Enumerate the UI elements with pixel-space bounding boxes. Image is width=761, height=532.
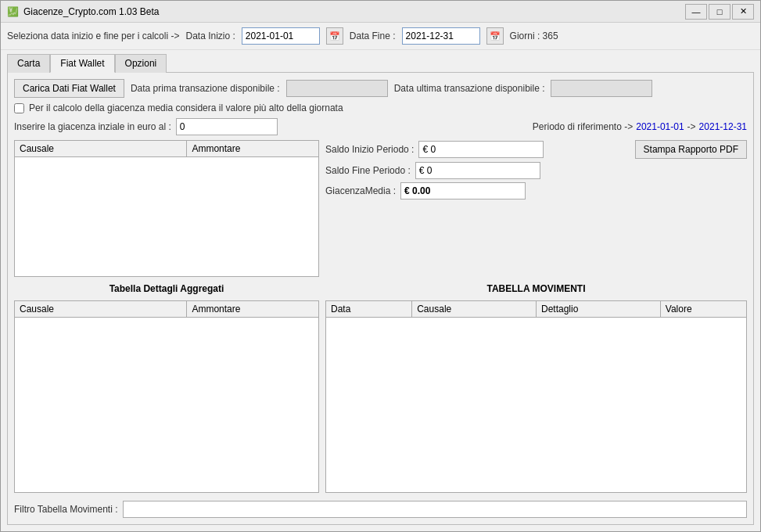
tab-opzioni[interactable]: Opzioni <box>115 54 167 73</box>
giacenza-media-row: GiacenzaMedia : <box>325 182 747 200</box>
close-button[interactable]: ✕ <box>732 4 754 20</box>
section-titles: Tabella Dettagli Aggregati TABELLA MOVIM… <box>14 282 747 296</box>
load-row: Carica Dati Fiat Wallet Data prima trans… <box>14 79 747 98</box>
bottom-right-table-header: Data Causale Dettaglio Valore <box>326 301 746 318</box>
tables-bottom: Causale Ammontare Data Causale Dettaglio… <box>14 300 747 493</box>
col-header-dettaglio: Dettaglio <box>537 301 661 317</box>
col-header-causale-right: Causale <box>412 301 537 317</box>
stampa-pdf-button[interactable]: Stampa Rapporto PDF <box>635 140 747 159</box>
main-content: Carica Dati Fiat Wallet Data prima trans… <box>7 72 754 525</box>
giacenza-input[interactable] <box>176 118 278 135</box>
tab-carta[interactable]: Carta <box>7 54 50 73</box>
saldo-inizio-row: Saldo Inizio Periodo : Stampa Rapporto P… <box>325 140 747 159</box>
app-icon: 💹 <box>7 6 19 17</box>
saldo-fine-label: Saldo Fine Periodo : <box>325 165 411 176</box>
seleziona-label: Seleziona data inizio e fine per i calco… <box>7 31 179 41</box>
data-inizio-cal-button[interactable]: 📅 <box>326 27 343 45</box>
load-fiat-wallet-button[interactable]: Carica Dati Fiat Wallet <box>14 79 124 98</box>
giacenza-label: Inserire la giacenza inziale in euro al … <box>14 121 171 132</box>
periodo-end: 2021-12-31 <box>699 121 747 132</box>
col-header-causale-top: Causale <box>15 141 187 156</box>
data-inizio-label: Data Inizio : <box>185 31 235 41</box>
minimize-button[interactable]: — <box>685 4 707 20</box>
checkbox-label: Per il calcolo della giacenza media cons… <box>29 102 343 113</box>
top-left-table-header: Causale Ammontare <box>15 141 318 157</box>
bottom-right-table: Data Causale Dettaglio Valore <box>325 300 747 493</box>
giacenza-media-label: GiacenzaMedia : <box>325 185 396 196</box>
main-window: 💹 Giacenze_Crypto.com 1.03 Beta — □ ✕ Se… <box>0 0 761 532</box>
right-info-area: Saldo Inizio Periodo : Stampa Rapporto P… <box>325 140 747 277</box>
data-prima-label: Data prima transazione disponibile : <box>131 83 280 94</box>
data-ultima-input[interactable] <box>551 80 652 97</box>
tabella-aggregati-title: Tabella Dettagli Aggregati <box>14 282 319 296</box>
tables-top: Causale Ammontare Saldo Inizio Periodo :… <box>14 140 747 277</box>
giacenza-max-checkbox[interactable] <box>14 103 24 113</box>
saldo-inizio-label: Saldo Inizio Periodo : <box>325 144 414 155</box>
col-header-causale-bottom: Causale <box>15 301 187 317</box>
col-header-ammontare-bottom: Ammontare <box>187 301 318 317</box>
bottom-left-area: Causale Ammontare <box>14 300 319 493</box>
title-bar: 💹 Giacenze_Crypto.com 1.03 Beta — □ ✕ <box>1 1 760 23</box>
saldo-inizio-value <box>418 141 544 158</box>
giacenza-row: Inserire la giacenza inziale in euro al … <box>14 118 747 135</box>
title-bar-controls: — □ ✕ <box>685 4 754 20</box>
toolbar-row: Seleziona data inizio e fine per i calco… <box>1 23 760 50</box>
checkbox-row: Per il calcolo della giacenza media cons… <box>14 102 747 113</box>
filtro-input[interactable] <box>123 501 748 518</box>
bottom-right-area: Data Causale Dettaglio Valore <box>325 300 747 493</box>
periodo-right: Periodo di riferimento -> 2021-01-01 -> … <box>533 121 747 132</box>
window-title: Giacenze_Crypto.com 1.03 Beta <box>23 6 159 17</box>
filter-row: Filtro Tabella Movimenti : <box>14 498 747 518</box>
title-bar-left: 💹 Giacenze_Crypto.com 1.03 Beta <box>7 6 159 17</box>
giacenza-left: Inserire la giacenza inziale in euro al … <box>14 118 278 135</box>
col-header-ammontare-top: Ammontare <box>187 141 318 156</box>
bottom-left-table: Causale Ammontare <box>14 300 319 493</box>
tabs-container: Carta Fiat Wallet Opzioni <box>1 50 760 72</box>
tabella-movimenti-title: TABELLA MOVIMENTI <box>325 282 747 296</box>
col-header-data: Data <box>326 301 412 317</box>
tab-fiat-wallet[interactable]: Fiat Wallet <box>50 54 114 73</box>
top-left-table-area: Causale Ammontare <box>14 140 319 277</box>
periodo-arrow: -> <box>687 121 696 132</box>
saldo-fine-value <box>415 162 540 179</box>
data-inizio-input[interactable] <box>242 27 320 45</box>
data-fine-input[interactable] <box>402 27 480 45</box>
top-left-table: Causale Ammontare <box>14 140 319 277</box>
giacenza-media-value <box>400 182 526 200</box>
data-fine-cal-button[interactable]: 📅 <box>486 27 504 45</box>
periodo-label: Periodo di riferimento -> <box>533 121 633 132</box>
col-header-valore: Valore <box>661 301 746 317</box>
bottom-left-table-header: Causale Ammontare <box>15 301 318 318</box>
periodo-start: 2021-01-01 <box>636 121 684 132</box>
filtro-label: Filtro Tabella Movimenti : <box>14 504 118 515</box>
giorni-label: Giorni : 365 <box>510 31 558 41</box>
data-prima-input[interactable] <box>286 80 388 97</box>
saldo-fine-row: Saldo Fine Periodo : <box>325 162 747 179</box>
data-fine-label: Data Fine : <box>350 31 396 41</box>
maximize-button[interactable]: □ <box>709 4 730 20</box>
data-ultima-label: Data ultima transazione disponibile : <box>394 83 545 94</box>
giorni-value: 365 <box>543 31 558 41</box>
